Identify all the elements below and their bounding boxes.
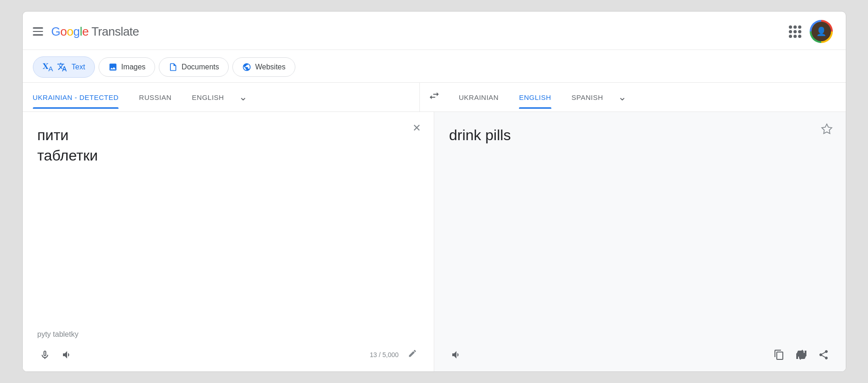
source-lang-panel: UKRAINIAN - DETECTED RUSSIAN ENGLISH ⌄ xyxy=(23,83,420,111)
target-lang-dropdown[interactable]: ⌄ xyxy=(613,83,631,111)
source-lang-detected[interactable]: UKRAINIAN - DETECTED xyxy=(23,85,129,109)
source-text-input[interactable]: пити таблетки xyxy=(37,125,419,326)
copy-icon xyxy=(774,349,785,360)
source-lang-dropdown[interactable]: ⌄ xyxy=(234,83,252,111)
swap-icon xyxy=(428,90,440,102)
save-translation-button[interactable] xyxy=(821,123,833,138)
star-icon xyxy=(821,123,833,135)
header-left: Google Translate xyxy=(33,25,139,39)
mic-icon xyxy=(39,349,50,360)
target-lang-panel: UKRAINIAN ENGLISH SPANISH ⌄ xyxy=(449,83,846,111)
documents-icon xyxy=(169,62,178,72)
target-actions xyxy=(772,347,831,362)
text-tab-icon: 𝐗A xyxy=(43,62,53,73)
tab-websites[interactable]: Websites xyxy=(232,57,295,77)
feedback-button[interactable] xyxy=(794,347,809,362)
pencil-icon xyxy=(408,349,417,358)
target-lang-english[interactable]: ENGLISH xyxy=(509,85,561,109)
tab-text[interactable]: 𝐗A Text xyxy=(33,56,95,78)
source-footer: 13 / 5,000 xyxy=(37,347,419,362)
tab-documents[interactable]: Documents xyxy=(159,57,229,77)
source-lang-russian[interactable]: RUSSIAN xyxy=(129,85,181,109)
target-lang-spanish[interactable]: SPANISH xyxy=(562,85,613,109)
swap-languages-button[interactable] xyxy=(420,83,449,111)
tab-images-label: Images xyxy=(121,63,145,71)
volume-icon xyxy=(62,349,73,360)
transliteration-text: pyty tabletky xyxy=(37,330,419,339)
apps-button[interactable] xyxy=(789,25,801,38)
translated-text: drink pills xyxy=(449,125,831,342)
edit-button[interactable] xyxy=(406,347,419,362)
tab-bar: 𝐗A Text Images Documents Websites xyxy=(23,50,846,83)
volume-icon-target xyxy=(451,349,462,360)
avatar: 👤 xyxy=(812,22,831,41)
target-listen-button[interactable] xyxy=(449,347,464,362)
target-panel: drink pills xyxy=(434,112,846,371)
source-panel: ✕ пити таблетки pyty tabletky 13 / 5,000 xyxy=(23,112,435,371)
tab-documents-label: Documents xyxy=(181,63,219,71)
tab-images[interactable]: Images xyxy=(99,57,155,77)
translate-icon xyxy=(57,62,67,72)
account-button[interactable]: 👤 xyxy=(810,20,833,43)
source-listen-button[interactable] xyxy=(37,347,52,362)
share-button[interactable] xyxy=(816,347,831,362)
menu-button[interactable] xyxy=(33,27,43,36)
logo: Google Translate xyxy=(51,25,139,39)
header-right: 👤 xyxy=(789,20,833,43)
target-footer xyxy=(449,347,831,362)
app-window: Google Translate 👤 𝐗A Text Images xyxy=(22,11,846,372)
logo-google: Google xyxy=(51,25,89,39)
clear-source-button[interactable]: ✕ xyxy=(412,123,421,133)
char-count: 13 / 5,000 xyxy=(370,351,399,358)
target-lang-ukrainian[interactable]: UKRAINIAN xyxy=(449,85,509,109)
share-icon xyxy=(818,349,829,360)
images-icon xyxy=(108,62,118,72)
tab-websites-label: Websites xyxy=(255,63,286,71)
thumbs-icon xyxy=(796,349,807,360)
translation-area: ✕ пити таблетки pyty tabletky 13 / 5,000 xyxy=(23,112,846,371)
copy-button[interactable] xyxy=(772,347,787,362)
websites-icon xyxy=(242,62,251,72)
tab-text-label: Text xyxy=(72,63,85,71)
source-speaker-button[interactable] xyxy=(60,347,75,362)
source-lang-english[interactable]: ENGLISH xyxy=(182,85,234,109)
header: Google Translate 👤 xyxy=(23,12,846,50)
language-bar: UKRAINIAN - DETECTED RUSSIAN ENGLISH ⌄ U… xyxy=(23,83,846,112)
logo-translate: Translate xyxy=(91,25,139,39)
